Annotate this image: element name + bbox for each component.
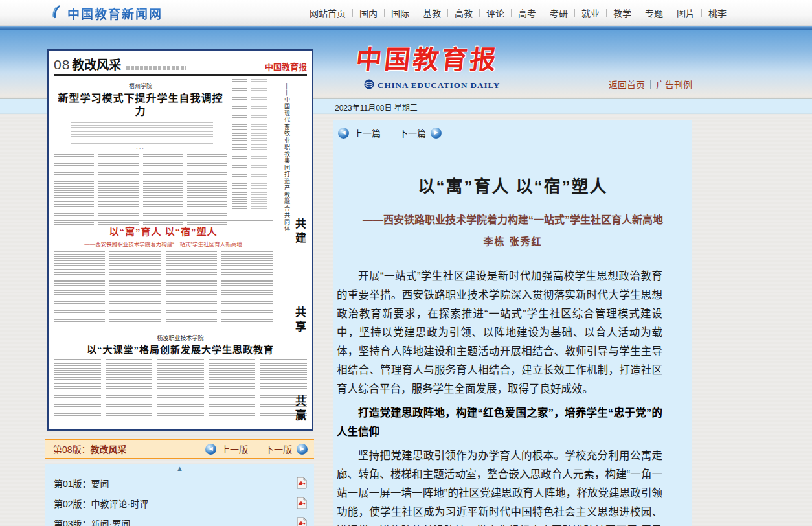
newsprint-text-block <box>166 251 217 324</box>
current-page-bar: 第08版： 教改风采 ◀ 上一版 下一版 ▶ <box>45 439 314 459</box>
pdf-icon[interactable] <box>297 497 307 512</box>
thumb-bottom-kicker: 杨凌职业技术学院 <box>54 334 307 342</box>
newsprint-text-block <box>54 154 94 231</box>
page-list-item-01[interactable]: 第01版：要闻 <box>45 473 314 493</box>
prev-article-icon[interactable]: ◀ <box>338 128 349 139</box>
logo-swoosh-icon <box>51 5 63 22</box>
nav-item-kaoyan[interactable]: 考研 <box>543 6 574 19</box>
slogan-word: 共享 <box>291 306 308 335</box>
paper-masthead: 中国教育报 CHINA EDUCATION DAILY <box>356 39 500 92</box>
page-root: 中国教育新闻网 网站首页 国内 国际 基教 高教 评论 高考 考研 就业 教学 … <box>0 0 812 526</box>
site-logo-text: 中国教育新闻网 <box>67 5 163 22</box>
page-list-item-02[interactable]: 第02版：中教评论·时评 <box>45 493 314 513</box>
newsprint-text-block <box>251 79 267 209</box>
prev-page-button[interactable]: 上一版 <box>221 442 248 455</box>
next-page-icon[interactable]: ▶ <box>297 444 308 455</box>
nav-item-topics[interactable]: 专题 <box>638 6 670 19</box>
newspaper-page-thumbnail[interactable]: 08 教改风采 中国教育报 梧州学院 新型学习模式下提升学生自我调控力 ··· <box>47 49 313 431</box>
newsprint-text-block <box>157 359 204 421</box>
article-subtitle: ——西安铁路职业技术学院着力构建“一站式”学生社区育人新高地 <box>333 211 692 227</box>
thumb-top-kicker: 梧州学院 <box>54 82 227 90</box>
issue-date: 2023年11月08日 星期三 <box>335 102 418 113</box>
newsprint-text-block <box>54 251 105 324</box>
thumb-bottom-article: 杨凌职业技术学院 以“大课堂”格局创新发展大学生思政教育 <box>54 328 307 421</box>
next-article-button[interactable]: 下一篇 <box>399 126 426 139</box>
current-page-label: 第08版： <box>53 442 91 455</box>
prev-article-button[interactable]: 上一篇 <box>354 126 381 139</box>
thumb-masthead-rule <box>54 74 307 76</box>
page-list-panel: ▲ 第01版：要闻 第02版：中教评论·时评 第03版 <box>45 464 314 526</box>
nav-item-jobs[interactable]: 就业 <box>575 6 606 19</box>
thumb-masthead-right: 中国教育报 <box>265 60 307 73</box>
thumb-dots: ··· <box>54 146 227 152</box>
newsprint-text-block <box>209 359 256 421</box>
header-divider-band <box>0 26 812 30</box>
newsprint-text-block <box>98 154 139 231</box>
page-list-label: 第02版：中教评论·时评 <box>54 497 148 510</box>
page-list-label: 第01版：要闻 <box>54 477 109 490</box>
pdf-icon[interactable] <box>297 477 307 492</box>
pdf-icon[interactable] <box>297 517 307 526</box>
slogan-word: 共赢 <box>291 395 308 424</box>
thumb-bottom-headline: 以“大课堂”格局创新发展大学生思政教育 <box>54 342 307 356</box>
nav-item-domestic[interactable]: 国内 <box>353 6 384 19</box>
site-header: 中国教育新闻网 网站首页 国内 国际 基教 高教 评论 高考 考研 就业 教学 … <box>0 0 812 26</box>
thumb-masthead: 08 教改风采 中国教育报 <box>54 55 307 73</box>
newsprint-text-block <box>126 66 186 70</box>
current-page-section: 教改风采 <box>91 442 127 455</box>
globe-icon <box>364 79 374 92</box>
article-divider <box>335 144 688 144</box>
thumb-vertical-caption: ——中国现代畜牧业职教集团打造产教融合共同体 <box>283 83 291 238</box>
nav-item-basic-edu[interactable]: 基教 <box>416 6 447 19</box>
newsprint-text-block <box>143 154 183 231</box>
thumb-middle-article: 以“寓”育人 以“宿”塑人 ——西安铁路职业技术学院着力构建“一站式”学生社区育… <box>54 220 273 324</box>
newsprint-text-block <box>109 251 161 324</box>
nav-item-comment[interactable]: 评论 <box>480 6 511 19</box>
prev-page-icon[interactable]: ◀ <box>205 444 216 455</box>
nav-item-international[interactable]: 国际 <box>385 6 416 19</box>
newsprint-text-block <box>106 359 153 421</box>
article-nav: ◀ 上一篇 下一篇 ▶ <box>333 120 692 139</box>
thumb-vertical-slogan: 共建 共享 共赢 <box>288 218 308 424</box>
top-nav: 网站首页 国内 国际 基教 高教 评论 高考 考研 就业 教学 专题 图片 桃李 <box>303 0 733 26</box>
article-title: 以“寓”育人 以“宿”塑人 <box>333 173 692 197</box>
thumb-mid-subtitle: ——西安铁路职业技术学院着力构建“一站式”学生社区育人新高地 <box>54 240 273 247</box>
back-home-link[interactable]: 返回首页 <box>609 78 645 91</box>
article-section-heading: 打造党建思政阵地，构建“红色爱国之家”，培养学生“忠于党”的人生信仰 <box>337 404 662 441</box>
thumb-top-headline: 新型学习模式下提升学生自我调控力 <box>54 92 227 118</box>
next-article-icon[interactable]: ▶ <box>431 128 442 139</box>
page-list-item-03[interactable]: 第03版：新闻·要闻 <box>45 513 314 526</box>
thumb-paper-logo: 中国教育报 <box>265 62 307 72</box>
ad-rates-link[interactable]: 广告刊例 <box>656 78 692 91</box>
thumb-page-number: 08 <box>54 57 70 73</box>
thumb-section-name: 教改风采 <box>72 55 121 73</box>
nav-item-higher-edu[interactable]: 高教 <box>448 6 479 19</box>
thumb-top-article: 梧州学院 新型学习模式下提升学生自我调控力 ··· <box>54 79 307 216</box>
site-logo[interactable]: 中国教育新闻网 <box>51 5 163 22</box>
newsprint-text-block <box>221 251 273 324</box>
collapse-up-icon[interactable]: ▲ <box>45 464 314 473</box>
slogan-word: 共建 <box>291 218 308 246</box>
newsprint-text-block <box>71 122 213 144</box>
article-authors: 李栋 张秀红 <box>333 234 692 247</box>
newsprint-text-block <box>232 79 247 209</box>
article-paragraph: 开展“一站式”学生社区建设是新时代加强高校学生思想政治教育的重要举措。西安铁路职… <box>337 267 662 398</box>
article-paragraph: 坚持把党建思政引领作为办学育人的根本。学校充分利用公寓走廊、转角、楼梯和主题活动… <box>337 446 662 526</box>
newsprint-text-block <box>187 154 227 231</box>
nav-item-taoli[interactable]: 桃李 <box>702 6 733 19</box>
nav-item-teaching[interactable]: 教学 <box>607 6 638 19</box>
nav-item-home[interactable]: 网站首页 <box>303 6 352 19</box>
nav-item-pictures[interactable]: 图片 <box>670 6 701 19</box>
paper-name-en: CHINA EDUCATION DAILY <box>378 80 500 91</box>
link-separator <box>650 80 651 89</box>
next-page-button[interactable]: 下一版 <box>265 442 292 455</box>
masthead-links: 返回首页 广告刊例 <box>609 78 692 91</box>
paper-name-logo: 中国教育报 <box>354 39 502 76</box>
article-body: 开展“一站式”学生社区建设是新时代加强高校学生思想政治教育的重要举措。西安铁路职… <box>333 267 692 526</box>
newsprint-text-block <box>54 359 101 421</box>
page-list-label: 第03版：新闻·要闻 <box>54 517 130 526</box>
article-panel: ◀ 上一篇 下一篇 ▶ 以“寓”育人 以“宿”塑人 ——西安铁路职业技术学院着力… <box>333 120 692 526</box>
nav-item-gaokao[interactable]: 高考 <box>512 6 543 19</box>
